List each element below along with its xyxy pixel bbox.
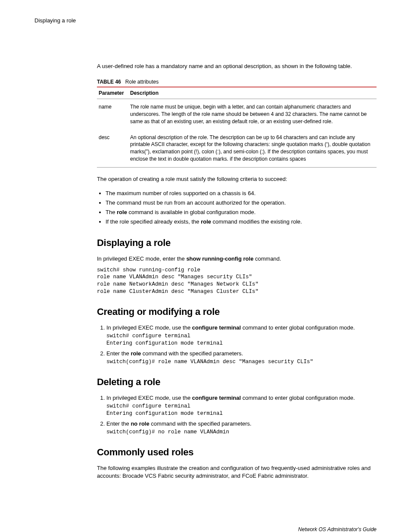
list-item: If the role specified already exists, th… [106,217,377,227]
role-attributes-table: Parameter Description name The role name… [97,87,377,168]
code-block: switch# configure terminal Entering conf… [106,403,377,417]
list-item: The maximum number of roles supported on… [106,189,377,198]
criteria-list: The maximum number of roles supported on… [97,189,377,227]
table-row: desc An optional description of the role… [97,130,377,168]
desc-cell: The role name must be unique, begin with… [128,99,377,130]
param-cell: name [97,99,128,130]
section-common-roles: Commonly used roles [97,447,377,458]
code-block: switch(config)# role name VLANAdmin desc… [106,358,377,366]
list-item: The command must be run from an account … [106,198,377,208]
list-item: The role command is available in global … [106,208,377,217]
section-displaying-role: Displaying a role [97,237,377,249]
common-roles-text: The following examples illustrate the cr… [97,464,377,480]
deleting-steps: In privileged EXEC mode, use the configu… [97,394,377,436]
table-caption: TABLE 46 Role attributes [97,79,377,85]
code-block: switch# show running-config role role na… [97,267,377,296]
creating-steps: In privileged EXEC mode, use the configu… [97,324,377,366]
page-header: Displaying a role [34,17,377,24]
criteria-intro: The operation of creating a role must sa… [97,175,377,183]
page-footer: 270 Network OS Administrator's Guide 53-… [0,526,411,532]
code-block: switch(config)# no role name VLANAdmin [106,429,377,436]
col-header-description: Description [128,87,377,99]
section-deleting-role: Deleting a role [97,376,377,388]
list-item: In privileged EXEC mode, use the configu… [106,324,377,347]
table-row: name The role name must be unique, begin… [97,99,377,130]
section-creating-role: Creating or modifying a role [97,306,377,317]
code-block: switch# configure terminal Entering conf… [106,333,377,347]
intro-paragraph: A user-defined role has a mandatory name… [97,62,377,70]
table-label: TABLE 46 [97,79,121,85]
col-header-parameter: Parameter [97,87,128,99]
desc-cell: An optional description of the role. The… [128,130,377,168]
list-item: In privileged EXEC mode, use the configu… [106,394,377,417]
displaying-intro: In privileged EXEC mode, enter the show … [97,255,377,263]
list-item: Enter the no role command with the speci… [106,420,377,436]
table-title: Role attributes [125,79,159,85]
param-cell: desc [97,130,128,168]
list-item: Enter the role command with the specifie… [106,350,377,366]
guide-title: Network OS Administrator's Guide [298,526,377,532]
